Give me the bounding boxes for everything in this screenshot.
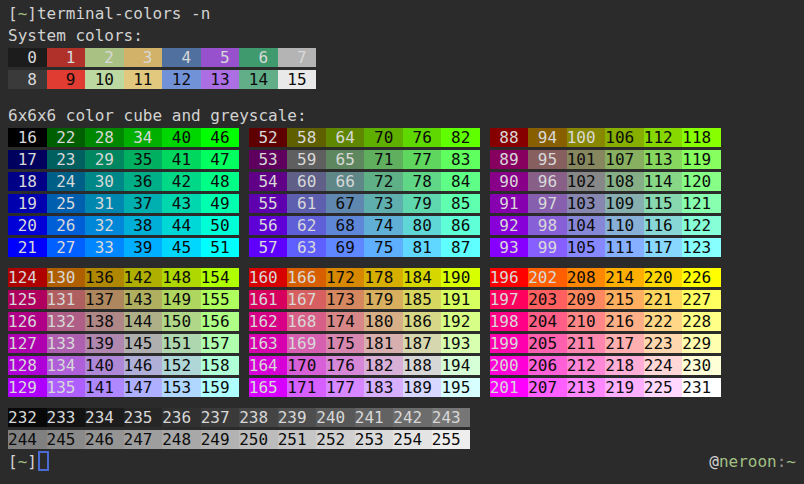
color-cell: 45: [162, 238, 201, 257]
color-cell: 68: [326, 216, 365, 235]
color-cell: 175: [326, 334, 365, 353]
block-gap: [480, 194, 490, 213]
color-cell: 223: [644, 334, 683, 353]
color-cell: 145: [124, 334, 163, 353]
color-cell: 71: [364, 150, 403, 169]
prompt-tilde: ~: [18, 452, 28, 471]
color-cell: 23: [47, 150, 86, 169]
color-cell: 18: [8, 172, 47, 191]
color-cell: 35: [124, 150, 163, 169]
color-cell: 157: [201, 334, 240, 353]
color-cell: 236: [162, 408, 201, 427]
color-cell: 91: [490, 194, 529, 213]
color-cell: 46: [201, 128, 240, 147]
color-cell: 20: [8, 216, 47, 235]
system-color-row: 0 1 2 3 4 5 6 7: [8, 47, 796, 69]
color-cell: 171: [287, 378, 326, 397]
path-tilde: ~: [786, 452, 796, 471]
color-cell: 244: [8, 430, 47, 449]
block-gap: [239, 312, 249, 331]
color-cell: 227: [682, 290, 721, 309]
color-cell: 61: [287, 194, 326, 213]
color-cell: 144: [124, 312, 163, 331]
terminal-window[interactable]: [~]terminal-colors -n System colors: 0 1…: [0, 0, 804, 484]
color-cell: 39: [124, 238, 163, 257]
color-cell: 29: [85, 150, 124, 169]
color-cell: 16: [8, 128, 47, 147]
color-cell: 237: [201, 408, 240, 427]
color-cell: 230: [682, 356, 721, 375]
color-cell: 38: [124, 216, 163, 235]
color-cell: 89: [490, 150, 529, 169]
color-cell: 100: [567, 128, 606, 147]
color-cell: 168: [287, 312, 326, 331]
cube-row: 17 23 29 35 41 47 53 59 65 71 77 83 89 9…: [8, 149, 796, 171]
bottom-prompt-line: [~] @neroon:~: [8, 451, 796, 473]
color-cell: 112: [644, 128, 683, 147]
color-cell: 152: [162, 356, 201, 375]
color-cell: 80: [403, 216, 442, 235]
color-cell: 94: [528, 128, 567, 147]
color-cell: 187: [403, 334, 442, 353]
color-cell: 179: [364, 290, 403, 309]
color-cell: 167: [287, 290, 326, 309]
terminal-cursor: [38, 451, 49, 471]
color-cell: 34: [124, 128, 163, 147]
prompt-bracket-close: ]: [27, 452, 37, 471]
color-cell: 176: [326, 356, 365, 375]
color-cell: 207: [528, 378, 567, 397]
color-cell: 96: [528, 172, 567, 191]
color-cell: 135: [47, 378, 86, 397]
color-cell: 26: [47, 216, 86, 235]
color-cell: 126: [8, 312, 47, 331]
color-cell: 121: [682, 194, 721, 213]
color-cell: 41: [162, 150, 201, 169]
color-cell: 147: [124, 378, 163, 397]
color-cell: 13: [201, 70, 240, 89]
prompt-bracket-open: [: [8, 4, 18, 23]
color-cell: 1: [47, 48, 86, 67]
color-cell: 127: [8, 334, 47, 353]
color-cell: 98: [528, 216, 567, 235]
color-cell: 30: [85, 172, 124, 191]
color-cell: 75: [364, 238, 403, 257]
prompt-tilde: ~: [18, 4, 28, 23]
color-cell: 238: [239, 408, 278, 427]
color-cell: 70: [364, 128, 403, 147]
color-cell: 169: [287, 334, 326, 353]
color-cell: 217: [605, 334, 644, 353]
color-cell: 255: [432, 430, 471, 449]
color-cell: 64: [326, 128, 365, 147]
color-cell: 156: [201, 312, 240, 331]
color-cell: 240: [316, 408, 355, 427]
color-cell: 19: [8, 194, 47, 213]
color-cell: 139: [85, 334, 124, 353]
system-colors-grid: 0 1 2 3 4 5 6 7 8 9 10 11 12 13 14 15: [8, 47, 796, 91]
color-cell: 201: [490, 378, 529, 397]
color-cell: 190: [441, 268, 480, 287]
prompt-bracket-close: ]: [27, 4, 37, 23]
color-cell: 228: [682, 312, 721, 331]
spacer: [8, 399, 796, 407]
color-cell: 172: [326, 268, 365, 287]
color-cell: 196: [490, 268, 529, 287]
color-cell: 197: [490, 290, 529, 309]
color-cell: 194: [441, 356, 480, 375]
color-cell: 111: [605, 238, 644, 257]
color-cell: 77: [403, 150, 442, 169]
color-cell: 178: [364, 268, 403, 287]
color-cell: 140: [85, 356, 124, 375]
color-cell: 101: [567, 150, 606, 169]
color-cell: 103: [567, 194, 606, 213]
color-cell: 202: [528, 268, 567, 287]
command-text: terminal-colors -n: [37, 4, 210, 23]
color-cell: 203: [528, 290, 567, 309]
color-cell: 212: [567, 356, 606, 375]
color-cell: 181: [364, 334, 403, 353]
color-cell: 215: [605, 290, 644, 309]
color-cell: 48: [201, 172, 240, 191]
cube-row: 19 25 31 37 43 49 55 61 67 73 79 85 91 9…: [8, 193, 796, 215]
color-cell: 7: [278, 48, 317, 67]
color-cell: 235: [124, 408, 163, 427]
color-cell: 170: [287, 356, 326, 375]
